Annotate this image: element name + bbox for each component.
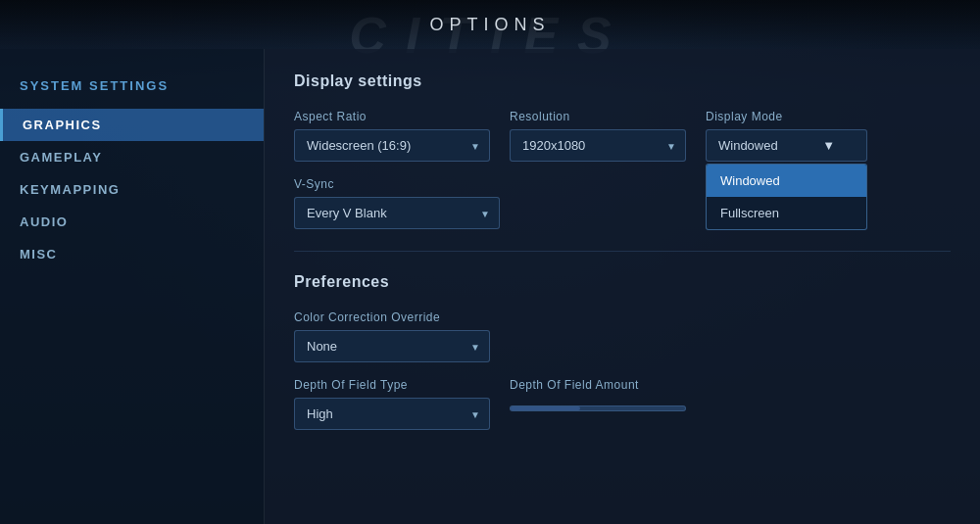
dof-amount-label: Depth Of Field Amount bbox=[510, 378, 686, 392]
dof-type-field: Depth Of Field Type High Medium Low Off … bbox=[294, 378, 490, 430]
aspect-ratio-field: Aspect Ratio Widescreen (16:9) 4:3 5:4 1… bbox=[294, 110, 490, 162]
content-area: Display settings Aspect Ratio Widescreen… bbox=[265, 49, 980, 524]
dof-type-label: Depth Of Field Type bbox=[294, 378, 490, 392]
display-mode-label: Display Mode bbox=[706, 110, 867, 123]
sidebar: SYSTEM SETTINGS GRAPHICS GAMEPLAY KEYMAP… bbox=[0, 49, 265, 524]
color-correction-field: Color Correction Override None Low Mediu… bbox=[294, 310, 490, 362]
dof-type-wrapper: High Medium Low Off ▼ bbox=[294, 398, 490, 430]
display-mode-dropdown: Windowed Fullscreen bbox=[706, 164, 867, 230]
display-mode-value: Windowed bbox=[718, 138, 778, 153]
sidebar-item-keymapping[interactable]: KEYMAPPING bbox=[0, 173, 264, 206]
color-correction-select[interactable]: None Low Medium High bbox=[294, 330, 490, 362]
dof-amount-track bbox=[510, 405, 686, 411]
resolution-wrapper: 1920x1080 1280x720 2560x1440 3840x2160 ▼ bbox=[510, 129, 686, 162]
section-divider bbox=[294, 251, 951, 252]
display-mode-option-windowed[interactable]: Windowed bbox=[707, 165, 866, 197]
depth-row: Depth Of Field Type High Medium Low Off … bbox=[294, 378, 951, 430]
vsync-wrapper: Every V Blank Every Second V Blank Disab… bbox=[294, 197, 500, 229]
vsync-field: V-Sync Every V Blank Every Second V Blan… bbox=[294, 177, 500, 229]
color-correction-label: Color Correction Override bbox=[294, 310, 490, 324]
display-mode-button[interactable]: Windowed ▼ bbox=[706, 129, 867, 162]
sidebar-item-misc[interactable]: MISC bbox=[0, 238, 264, 270]
preferences-section: Preferences Color Correction Override No… bbox=[294, 273, 951, 430]
display-mode-option-fullscreen[interactable]: Fullscreen bbox=[707, 197, 866, 229]
display-mode-wrapper: Windowed ▼ Windowed Fullscreen bbox=[706, 129, 867, 162]
aspect-ratio-wrapper: Widescreen (16:9) 4:3 5:4 16:10 ▼ bbox=[294, 129, 490, 162]
resolution-label: Resolution bbox=[510, 110, 686, 123]
main-container: SYSTEM SETTINGS GRAPHICS GAMEPLAY KEYMAP… bbox=[0, 49, 980, 524]
sidebar-item-graphics[interactable]: GRAPHICS bbox=[0, 109, 264, 141]
sidebar-item-audio[interactable]: AUDIO bbox=[0, 206, 264, 238]
dof-amount-fill bbox=[511, 406, 580, 410]
sidebar-item-gameplay[interactable]: GAMEPLAY bbox=[0, 141, 264, 173]
color-correction-row: Color Correction Override None Low Mediu… bbox=[294, 310, 951, 362]
display-settings-section: Display settings Aspect Ratio Widescreen… bbox=[294, 72, 951, 229]
aspect-ratio-select[interactable]: Widescreen (16:9) 4:3 5:4 16:10 bbox=[294, 129, 490, 162]
dof-amount-field: Depth Of Field Amount bbox=[510, 378, 686, 411]
resolution-select[interactable]: 1920x1080 1280x720 2560x1440 3840x2160 bbox=[510, 129, 686, 162]
resolution-field: Resolution 1920x1080 1280x720 2560x1440 … bbox=[510, 110, 686, 162]
title-bar: OPTIONS bbox=[0, 0, 980, 49]
display-mode-chevron-icon: ▼ bbox=[822, 138, 835, 153]
display-mode-field: Display Mode Windowed ▼ Windowed Fullscr… bbox=[706, 110, 867, 162]
display-settings-title: Display settings bbox=[294, 72, 951, 90]
sidebar-section-title: SYSTEM SETTINGS bbox=[0, 69, 264, 109]
page-title: OPTIONS bbox=[429, 15, 550, 35]
dof-type-select[interactable]: High Medium Low Off bbox=[294, 398, 490, 430]
vsync-label: V-Sync bbox=[294, 177, 500, 191]
display-settings-row1: Aspect Ratio Widescreen (16:9) 4:3 5:4 1… bbox=[294, 110, 951, 162]
preferences-title: Preferences bbox=[294, 273, 951, 291]
color-correction-wrapper: None Low Medium High ▼ bbox=[294, 330, 490, 362]
vsync-select[interactable]: Every V Blank Every Second V Blank Disab… bbox=[294, 197, 500, 229]
aspect-ratio-label: Aspect Ratio bbox=[294, 110, 490, 123]
